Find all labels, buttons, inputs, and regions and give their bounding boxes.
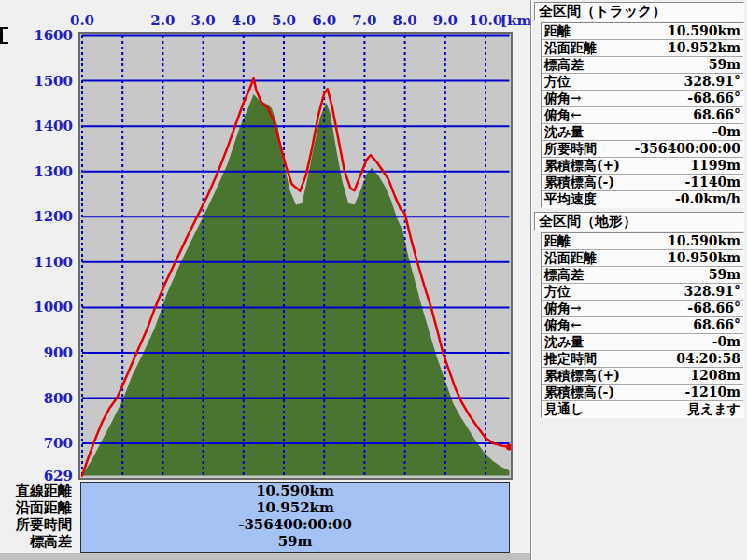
stat-value: 68.66° (693, 317, 740, 332)
stat-row: 累積標高(-)-1140m (542, 175, 743, 191)
stat-row: 累積標高(+)1199m (542, 158, 743, 175)
y-tick-label-1600: 1600 (0, 27, 73, 44)
stat-value: -0m (712, 334, 740, 349)
stat-row: 距離10.590km (542, 233, 743, 250)
stat-label: 俯角← (544, 107, 582, 122)
stat-label: 距離 (544, 23, 571, 38)
stat-label: 累積標高(+) (544, 158, 620, 173)
stat-label: 累積標高(-) (544, 385, 614, 399)
stat-row: 俯角←68.66° (542, 107, 743, 124)
stat-row: 沈み量-0m (542, 334, 743, 351)
y-tick-label-700: 700 (0, 435, 73, 452)
panel-title-0: 全区間（トラック） (534, 2, 744, 21)
stat-row: 推定時間04:20:58 (542, 351, 743, 368)
x-tick-label-5.0: 5.0 (272, 12, 296, 29)
stat-row: 見通し見えます (542, 401, 743, 417)
stats-panel: 全区間（トラック）距離10.590km沿面距離10.952km標高差59m方位3… (532, 0, 747, 560)
y-tick-label-1400: 1400 (0, 118, 73, 134)
stat-label: 平均速度 (544, 191, 597, 206)
summary-row-labels: 直線距離沿面距離所要時間標高差 (0, 483, 75, 550)
window-bottom-strip (0, 553, 530, 560)
summary-label: 直線距離 (0, 483, 75, 499)
stat-value: 59m (709, 267, 740, 282)
stat-label: 累積標高(-) (544, 175, 614, 189)
summary-value: -356400:00:00 (81, 516, 509, 533)
stat-label: 所要時間 (544, 141, 597, 156)
stat-row: 標高差59m (542, 267, 743, 284)
stat-row: 俯角←68.66° (542, 317, 743, 334)
stat-label: 沿面距離 (544, 250, 597, 265)
x-tick-label-4.0: 4.0 (232, 12, 256, 29)
summary-label: 標高差 (0, 533, 75, 550)
stat-row: 累積標高(+)1208m (542, 368, 743, 385)
x-tick-label-9.0: 9.0 (433, 12, 458, 29)
stat-value: 04:20:58 (676, 351, 740, 366)
stat-label: 標高差 (544, 57, 584, 72)
x-tick-label-3.0: 3.0 (191, 12, 216, 29)
summary-value: 59m (81, 533, 509, 550)
stat-row: 所要時間-356400:00:00 (542, 141, 743, 158)
stat-label: 俯角→ (544, 301, 582, 315)
stat-value: 59m (709, 57, 740, 72)
track-end-marker (506, 443, 511, 450)
x-tick-label-7.0: 7.0 (352, 12, 376, 29)
stat-row: 標高差59m (542, 57, 743, 74)
stat-label: 沈み量 (544, 124, 584, 139)
y-tick-label-629: 629 (0, 468, 73, 484)
summary-value: 10.590km (81, 483, 509, 499)
stat-row: 俯角→-68.66° (542, 91, 743, 107)
stat-value: -1140m (684, 175, 740, 189)
x-tick-label-8.0: 8.0 (393, 12, 417, 29)
stat-label: 方位 (544, 284, 571, 299)
elevation-profile-window: 0.02.03.04.05.06.07.08.09.010.0 [km] 160… (0, 0, 747, 560)
summary-info-box: 10.590km10.952km-356400:00:0059m (80, 482, 510, 553)
stat-value: -0m (712, 124, 740, 139)
x-tick-label-0.0: 0.0 (70, 12, 94, 29)
stat-value: -0.0km/h (675, 191, 740, 206)
stat-label: 俯角→ (544, 91, 582, 105)
x-tick-label-6.0: 6.0 (312, 12, 336, 29)
stat-row: 沈み量-0m (542, 124, 743, 141)
stat-value: -356400:00:00 (634, 141, 740, 156)
x-tick-label-10.0: 10.0 (469, 12, 503, 29)
stat-row: 距離10.590km (542, 23, 743, 40)
stat-value: 328.91° (684, 74, 740, 89)
y-tick-label-900: 900 (0, 344, 73, 361)
y-tick-label-1100: 1100 (0, 254, 73, 271)
stat-label: 推定時間 (544, 351, 597, 366)
stat-value: 見えます (687, 401, 740, 416)
elevation-chart[interactable] (78, 32, 513, 480)
stat-label: 見通し (544, 401, 584, 416)
stat-value: 1208m (690, 368, 740, 383)
stat-value: -1210m (684, 385, 740, 399)
stat-value: -68.66° (687, 301, 740, 315)
y-tick-label-800: 800 (0, 390, 73, 407)
stat-row: 沿面距離10.950km (542, 250, 743, 267)
y-tick-label-1000: 1000 (0, 299, 73, 315)
stat-label: 俯角← (544, 317, 582, 332)
stats-table-0: 距離10.590km沿面距離10.952km標高差59m方位328.91°俯角→… (541, 22, 744, 208)
stat-row: 俯角→-68.66° (542, 301, 743, 317)
stat-value: 10.950km (668, 250, 740, 265)
y-tick-label-1200: 1200 (0, 208, 73, 225)
stat-row: 沿面距離10.952km (542, 40, 743, 57)
stat-label: 方位 (544, 74, 571, 89)
stat-value: 10.952km (668, 40, 740, 55)
stat-value: 10.590km (668, 233, 740, 248)
stat-label: 距離 (544, 233, 571, 248)
stat-value: 1199m (690, 158, 740, 173)
stat-value: 328.91° (684, 284, 740, 299)
stat-row: 累積標高(-)-1210m (542, 385, 743, 401)
summary-value: 10.952km (81, 499, 509, 516)
stat-row: 平均速度-0.0km/h (542, 191, 743, 207)
y-tick-label-1300: 1300 (0, 163, 73, 180)
summary-label: 所要時間 (0, 516, 75, 533)
stat-label: 累積標高(+) (544, 368, 620, 383)
summary-label: 沿面距離 (0, 499, 75, 516)
stat-label: 標高差 (544, 267, 584, 282)
panel-title-1: 全区間（地形） (534, 212, 744, 231)
stat-value: 10.590km (668, 23, 740, 38)
stat-label: 沿面距離 (544, 40, 597, 55)
stat-label: 沈み量 (544, 334, 584, 349)
stat-value: -68.66° (687, 91, 740, 105)
